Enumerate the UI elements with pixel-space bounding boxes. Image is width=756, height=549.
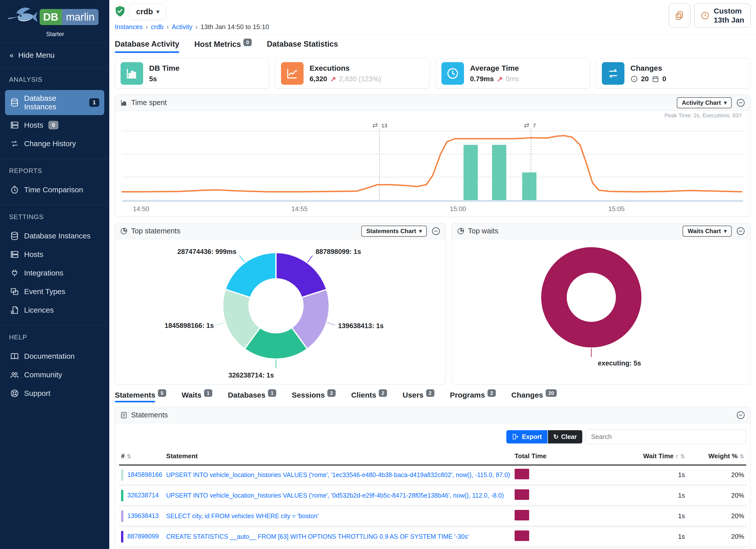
subtab-badge: 1	[204, 389, 212, 397]
subtab-databases[interactable]: Databases1	[228, 390, 276, 402]
statement-color-chip	[121, 531, 123, 542]
statement-color-chip	[121, 490, 123, 501]
svg-text:326238714: 1s: 326238714: 1s	[228, 372, 274, 379]
time-range-button[interactable]: Custom 13th Jan	[694, 4, 750, 28]
main-content: crdb ▾ Instances › crdb › Activity › 13t…	[109, 0, 756, 549]
server-icon	[10, 121, 19, 130]
statement-link[interactable]: CREATE STATISTICS __auto__ FROM [63] WIT…	[166, 533, 469, 540]
sidebar-item-licences[interactable]: Licences	[5, 302, 104, 319]
export-button[interactable]: Export	[506, 430, 547, 443]
column-header-total-time[interactable]: Total Time	[513, 448, 591, 465]
svg-text:15:05: 15:05	[608, 205, 625, 213]
top-statements-donut-chart: 887898099: 1s139638413: 1s326238714: 1s1…	[115, 239, 445, 383]
copy-link-button[interactable]	[669, 4, 690, 28]
collapse-panel-icon[interactable]	[736, 411, 745, 420]
health-shield-icon	[115, 6, 125, 18]
sort-icon[interactable]: ⇅	[680, 453, 685, 460]
trend-up-icon: ↗	[497, 75, 503, 83]
table-row: 326238714 UPSERT INTO vehicle_location_h…	[119, 485, 746, 506]
column-header-weight[interactable]: Weight %⇅	[687, 448, 746, 465]
statement-id-link[interactable]: 1845898166	[127, 471, 162, 478]
svg-text:14:50: 14:50	[133, 205, 149, 213]
statement-link[interactable]: SELECT city, id FROM vehicles WHERE city…	[166, 512, 319, 519]
subtab-programs[interactable]: Programs2	[450, 390, 496, 402]
chevron-down-icon: ▾	[156, 9, 159, 15]
statement-link[interactable]: UPSERT INTO vehicle_location_histories V…	[166, 471, 510, 478]
statement-id-link[interactable]: 887898099	[127, 533, 159, 540]
breadcrumb-activity[interactable]: Activity	[172, 23, 192, 31]
breadcrumb-separator: ›	[167, 23, 169, 31]
section-title: REPORTS	[5, 167, 104, 180]
breadcrumb-separator: ›	[146, 23, 148, 31]
sidebar-item-support[interactable]: Support	[5, 385, 104, 402]
kpi-average-time: Average Time 0.79ms ↗ 0ms	[436, 58, 590, 88]
plan-tier-label: Starter	[46, 31, 103, 38]
sidebar-item-database-instances[interactable]: Database Instances 1	[5, 90, 104, 115]
sort-asc-icon[interactable]: ↑	[676, 453, 678, 460]
weight-cell: 20%	[687, 547, 746, 549]
bar-chart-icon	[120, 99, 128, 107]
subtab-changes[interactable]: Changes20	[511, 390, 557, 402]
subtab-clients[interactable]: Clients2	[351, 390, 387, 402]
breadcrumb-instances[interactable]: Instances	[115, 23, 143, 31]
svg-text:executing: 5s: executing: 5s	[598, 359, 641, 367]
clock-icon	[441, 62, 464, 85]
table-row: 287474436 UPSERT INTO vehicle_location_h…	[119, 547, 746, 549]
waits-chart-dropdown[interactable]: Waits Chart ▾	[683, 226, 732, 237]
sidebar-item-community[interactable]: Community	[5, 366, 104, 383]
svg-text:⇄: ⇄	[524, 121, 529, 129]
table-row: 887898099 CREATE STATISTICS __auto__ FRO…	[119, 526, 746, 547]
tab-host-metrics[interactable]: Host Metrics0	[194, 40, 252, 53]
subtab-users[interactable]: Users2	[403, 390, 434, 402]
statements-chart-dropdown[interactable]: Statements Chart ▾	[361, 226, 427, 237]
instance-selector[interactable]: crdb ▾	[129, 4, 166, 20]
divider	[0, 67, 109, 68]
breadcrumb-separator: ›	[196, 23, 198, 31]
kpi-row: DB Time 5s Executions 6,320 ↗ 2,830 (123…	[115, 58, 750, 88]
statement-id-link[interactable]: 326238714	[127, 492, 159, 499]
sort-icon[interactable]: ⇅	[740, 453, 744, 460]
column-header-statement[interactable]: Statement	[164, 448, 513, 465]
sidebar-item-time-comparison[interactable]: Time Comparison	[5, 181, 104, 198]
svg-text:Peak Time: 2s, Executions: 837: Peak Time: 2s, Executions: 837	[665, 112, 742, 119]
sidebar: DB marlin Starter « Hide Menu ANALYSIS D…	[0, 0, 109, 549]
sidebar-item-hosts[interactable]: Hosts 0	[5, 117, 104, 134]
hide-menu-button[interactable]: « Hide Menu	[0, 46, 109, 64]
sidebar-item-hosts-settings[interactable]: Hosts	[5, 246, 104, 263]
statement-id-link[interactable]: 139638413	[127, 512, 159, 519]
breadcrumb-crdb[interactable]: crdb	[151, 23, 164, 31]
changes-calendar-count: 0	[662, 75, 666, 83]
sidebar-item-integrations[interactable]: Integrations	[5, 264, 104, 282]
subtab-badge: 2	[327, 389, 336, 397]
collapse-panel-icon[interactable]	[431, 227, 440, 236]
sidebar-item-documentation[interactable]: Documentation	[5, 348, 104, 365]
panel-title: Time spent	[131, 99, 167, 107]
svg-text:7: 7	[533, 123, 536, 128]
licence-icon	[10, 306, 19, 315]
svg-text:287474436: 999ms: 287474436: 999ms	[177, 248, 237, 256]
kpi-title: Changes	[630, 64, 666, 72]
statement-link[interactable]: UPSERT INTO vehicle_location_histories V…	[166, 492, 504, 499]
sidebar-section-settings: SETTINGS Database Instances Hosts Integr…	[0, 209, 109, 322]
tab-database-statistics[interactable]: Database Statistics	[267, 40, 338, 53]
tab-database-activity[interactable]: Database Activity	[115, 40, 179, 53]
weight-cell: 20%	[687, 526, 746, 547]
tab-count-badge: 0	[243, 39, 252, 46]
sidebar-item-change-history[interactable]: Change History	[5, 135, 104, 152]
sort-icon[interactable]: ⇅	[127, 453, 131, 460]
column-header-id[interactable]: #⇅	[119, 448, 164, 465]
sidebar-item-database-instances-settings[interactable]: Database Instances	[5, 227, 104, 244]
line-chart-icon	[281, 62, 304, 85]
panel-title: Top statements	[131, 227, 180, 235]
search-input[interactable]	[586, 429, 746, 444]
subtab-waits[interactable]: Waits1	[182, 390, 212, 402]
collapse-panel-icon[interactable]	[736, 227, 745, 236]
activity-chart-dropdown[interactable]: Activity Chart ▾	[677, 97, 732, 108]
column-header-wait-time[interactable]: Wait Time↑⇅	[591, 448, 687, 465]
subtab-statements[interactable]: Statements5	[115, 390, 166, 402]
clear-button[interactable]: ↻ Clear	[548, 430, 583, 443]
subtab-sessions[interactable]: Sessions2	[292, 390, 336, 402]
kpi-delta: 2,830 (123%)	[339, 75, 381, 83]
collapse-panel-icon[interactable]	[736, 98, 745, 107]
sidebar-item-event-types[interactable]: Event Types	[5, 283, 104, 300]
